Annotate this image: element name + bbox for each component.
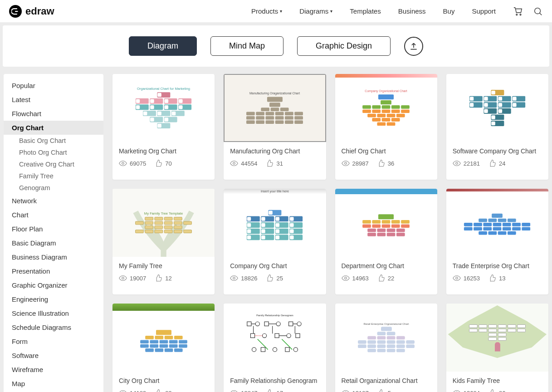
tab-mindmap[interactable]: Mind Map <box>210 36 283 56</box>
upload-icon <box>409 42 418 51</box>
template-card[interactable]: Insert your title here Company Org Chart… <box>224 189 326 294</box>
likes-count: 31 <box>276 160 283 167</box>
views-count: 14963 <box>352 275 369 282</box>
sidebar-software[interactable]: Software <box>4 348 103 363</box>
template-card[interactable]: My Family Tree Template My Family Tree 1… <box>112 189 215 294</box>
nav-diagrams-label: Diagrams <box>299 7 328 15</box>
svg-point-35 <box>293 347 298 351</box>
sidebar-org-chart[interactable]: Org Chart <box>4 121 103 135</box>
views-icon <box>453 274 461 282</box>
sidebar-engineering[interactable]: Engineering <box>4 292 103 306</box>
sidebar-flowchart[interactable]: Flowchart <box>4 107 103 121</box>
svg-point-1 <box>520 14 521 15</box>
search-icon[interactable] <box>533 6 543 16</box>
template-card[interactable]: Kids Family Tree 13604 26 <box>446 304 548 392</box>
chevron-down-icon: ▾ <box>280 9 282 14</box>
template-thumbnail <box>446 74 548 142</box>
nav-products[interactable]: Products▾ <box>251 7 282 15</box>
sidebar-form[interactable]: Form <box>4 334 103 348</box>
template-title: City Org Chart <box>119 377 208 384</box>
sidebar-map[interactable]: Map <box>4 377 103 391</box>
nav-buy[interactable]: Buy <box>443 7 455 15</box>
cart-icon[interactable] <box>513 6 523 16</box>
svg-point-17 <box>297 322 301 326</box>
sidebar-presentation[interactable]: Presentation <box>4 264 103 278</box>
tab-diagram[interactable]: Diagram <box>129 36 197 56</box>
template-card[interactable]: Trade Enterprise Org Chart 16253 13 <box>446 189 548 294</box>
views-icon <box>453 389 461 392</box>
likes-count: 13 <box>499 275 505 282</box>
template-card[interactable]: Retail Enterprise Orgnaizational Chart R… <box>335 304 437 392</box>
template-title: My Family Tree <box>119 262 208 270</box>
nav-diagrams[interactable]: Diagrams▾ <box>299 7 332 15</box>
template-title: Software Company Org Chart <box>453 147 542 155</box>
category-tabs: Diagram Mind Map Graphic Design <box>3 25 549 67</box>
sidebar-schedule-diagrams[interactable]: Schedule Diagrams <box>4 320 103 334</box>
logo-text: edraw <box>25 5 54 17</box>
sidebar-sub-genogram[interactable]: Genogram <box>4 182 103 194</box>
svg-rect-34 <box>285 347 289 351</box>
template-card[interactable]: City Org Chart 14189 29 <box>112 304 215 392</box>
svg-point-6 <box>456 162 458 165</box>
template-card[interactable]: Matrix Organizational Chart Department O… <box>335 189 437 294</box>
nav-templates[interactable]: Templates <box>350 7 381 15</box>
sidebar-sub-photo-org-chart[interactable]: Photo Org Chart <box>4 147 103 158</box>
header: edraw Products▾ Diagrams▾ Templates Busi… <box>0 0 552 23</box>
likes-count: 17 <box>276 390 283 392</box>
template-card[interactable]: Software Company Org Chart 22181 24 <box>446 74 548 180</box>
svg-point-5 <box>344 162 347 165</box>
thumb-title: Manufacturing Oraganizational Chart <box>246 92 303 95</box>
chevron-down-icon: ▾ <box>330 9 332 14</box>
sidebar-business-diagram[interactable]: Business Diagram <box>4 250 103 264</box>
views-count: 16253 <box>464 275 480 282</box>
sidebar-floor-plan[interactable]: Floor Plan <box>4 222 103 236</box>
svg-rect-28 <box>296 333 300 338</box>
nav-support[interactable]: Support <box>472 7 496 15</box>
likes-icon <box>377 274 385 282</box>
sidebar-popular[interactable]: Popular <box>4 78 103 93</box>
thumb-title: My Family Tree Template <box>135 211 192 216</box>
template-card[interactable]: Manufacturing Oraganizational Chart Manu… <box>224 74 326 180</box>
template-thumbnail: Insert your title here <box>224 189 326 257</box>
sidebar-wireframe[interactable]: Wireframe <box>4 363 103 377</box>
likes-count: 24 <box>499 160 505 167</box>
sidebar-graphic-organizer[interactable]: Graphic Organizer <box>4 278 103 292</box>
nav-products-label: Products <box>251 7 278 15</box>
likes-icon <box>488 159 496 167</box>
template-thumbnail: Company Organizational Chart <box>335 74 437 142</box>
likes-icon <box>265 159 274 167</box>
views-icon <box>119 389 127 392</box>
views-count: 13604 <box>464 390 480 392</box>
template-card[interactable]: Organizational Chart for Marketing Marke… <box>112 74 215 180</box>
views-count: 13107 <box>352 390 369 392</box>
views-count: 22181 <box>464 160 480 167</box>
sidebar-sub-basic-org-chart[interactable]: Basic Org Chart <box>4 135 103 147</box>
template-thumbnail <box>112 304 215 372</box>
tab-graphic-design[interactable]: Graphic Design <box>297 36 391 56</box>
nav-business[interactable]: Business <box>398 7 426 15</box>
template-thumbnail: Matrix Organizational Chart <box>335 189 437 257</box>
sidebar-network[interactable]: Network <box>4 194 103 208</box>
svg-point-9 <box>344 277 347 279</box>
svg-point-31 <box>252 347 256 351</box>
sidebar-basic-diagram[interactable]: Basic Diagram <box>4 236 103 250</box>
sidebar-science-illustration[interactable]: Science Illustration <box>4 306 103 320</box>
likes-icon <box>377 389 385 392</box>
sidebar-chart[interactable]: Chart <box>4 208 103 222</box>
sidebar-sub-creative-org-chart[interactable]: Creative Org Chart <box>4 158 103 170</box>
upload-button[interactable] <box>404 37 423 56</box>
views-icon <box>230 389 238 392</box>
likes-count: 36 <box>388 160 394 167</box>
svg-rect-12 <box>247 322 251 326</box>
sidebar-sub-family-tree[interactable]: Family Tree <box>4 170 103 182</box>
sidebar-latest[interactable]: Latest <box>4 93 103 107</box>
logo[interactable]: edraw <box>9 5 54 18</box>
template-title: Kids Family Tree <box>453 377 542 384</box>
svg-point-25 <box>262 333 266 338</box>
template-card[interactable]: Family Relationship Genogram <box>224 304 326 392</box>
template-title: Trade Enterprise Org Chart <box>453 262 542 270</box>
template-card[interactable]: Company Organizational Chart Chief Org C… <box>335 74 437 180</box>
svg-rect-32 <box>261 347 265 351</box>
views-count: 69075 <box>130 160 146 167</box>
template-title: Department Org Chart <box>342 262 431 270</box>
